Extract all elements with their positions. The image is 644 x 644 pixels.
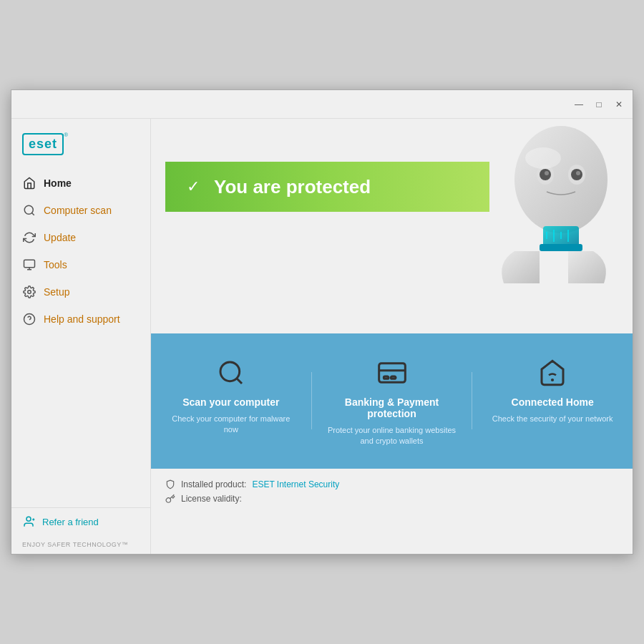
- scan-card-desc: Check your computer for malware now: [165, 414, 297, 436]
- svg-point-0: [24, 205, 33, 214]
- svg-point-8: [26, 517, 31, 521]
- svg-line-1: [31, 213, 34, 215]
- banking-card-desc: Protect your online banking websites and…: [326, 425, 458, 447]
- logo: eset ®: [22, 133, 64, 155]
- license-label: License validity:: [181, 494, 242, 504]
- svg-rect-29: [384, 376, 389, 379]
- title-bar: — □ ✕: [11, 90, 633, 119]
- shield-footer-icon: [165, 479, 175, 489]
- status-banner: ✓ You are protected: [165, 162, 489, 212]
- svg-point-16: [545, 171, 549, 175]
- tools-icon: [22, 258, 36, 272]
- svg-point-24: [525, 147, 561, 169]
- maximize-button[interactable]: □: [592, 98, 605, 111]
- license-row: License validity:: [165, 494, 618, 504]
- key-footer-icon: [165, 494, 175, 504]
- hero-section: ✓ You are protected: [151, 119, 633, 333]
- scan-icon: [22, 203, 36, 218]
- home-icon: [22, 176, 36, 190]
- sidebar-item-help[interactable]: Help and support: [11, 306, 150, 333]
- window-controls: — □ ✕: [572, 98, 625, 111]
- action-section: Scan your computer Check your computer f…: [151, 333, 633, 469]
- main-layout: eset ® Home: [11, 119, 633, 554]
- help-icon: [22, 312, 36, 326]
- sidebar-item-label-help: Help and support: [44, 313, 120, 325]
- refer-friend-icon: [22, 515, 35, 528]
- sidebar-item-label-scan: Computer scan: [44, 205, 112, 216]
- scan-card-title: Scan your computer: [182, 396, 279, 408]
- sidebar-item-label-tools: Tools: [44, 259, 67, 270]
- content-area: ✓ You are protected: [151, 119, 633, 554]
- product-name-link[interactable]: ESET Internet Security: [252, 479, 339, 489]
- home-shield-card-icon: [535, 355, 570, 391]
- sidebar-item-home[interactable]: Home: [11, 170, 150, 197]
- minimize-button[interactable]: —: [572, 98, 585, 111]
- sidebar-item-tools[interactable]: Tools: [11, 251, 150, 278]
- refer-friend-label: Refer a friend: [42, 517, 99, 527]
- svg-rect-19: [540, 244, 582, 251]
- banking-card-icon: [374, 355, 410, 391]
- action-card-home[interactable]: Connected Home Check the security of you…: [472, 348, 633, 431]
- close-button[interactable]: ✕: [613, 98, 625, 111]
- svg-point-11: [514, 126, 608, 233]
- svg-rect-30: [391, 376, 396, 379]
- robot-illustration: [461, 119, 633, 333]
- home-card-desc: Check the security of your network: [492, 414, 613, 424]
- action-card-banking[interactable]: Banking & Payment protection Protect you…: [312, 348, 472, 454]
- update-icon: [22, 230, 36, 245]
- setup-icon: [22, 285, 36, 299]
- logo-text: eset: [29, 137, 57, 152]
- svg-point-5: [28, 291, 31, 294]
- svg-rect-2: [24, 260, 35, 268]
- app-window: — □ ✕ eset ® Home: [11, 89, 633, 555]
- sidebar-item-setup[interactable]: Setup: [11, 278, 150, 306]
- svg-line-26: [237, 379, 242, 384]
- sidebar-item-label-update: Update: [44, 232, 76, 243]
- sidebar-item-update[interactable]: Update: [11, 224, 150, 251]
- logo-trademark: ®: [64, 132, 68, 138]
- sidebar-item-label-home: Home: [44, 177, 72, 189]
- action-card-scan[interactable]: Scan your computer Check your computer f…: [151, 348, 311, 443]
- check-icon: ✓: [183, 177, 203, 197]
- footer-info: Installed product: ESET Internet Securit…: [151, 469, 633, 514]
- scan-card-icon: [213, 355, 249, 391]
- sidebar-item-computer-scan[interactable]: Computer scan: [11, 197, 150, 224]
- installed-product-row: Installed product: ESET Internet Securit…: [165, 479, 618, 489]
- home-card-title: Connected Home: [512, 396, 594, 408]
- banking-card-title: Banking & Payment protection: [326, 396, 458, 419]
- refer-friend-button[interactable]: Refer a friend: [11, 507, 150, 535]
- sidebar-item-label-setup: Setup: [44, 286, 70, 298]
- svg-point-17: [576, 171, 580, 175]
- sidebar: eset ® Home: [11, 119, 151, 554]
- status-message: You are protected: [214, 176, 371, 198]
- logo-area: eset ®: [11, 126, 150, 170]
- tagline: ENJOY SAFER TECHNOLOGY™: [11, 535, 150, 554]
- svg-point-25: [220, 362, 240, 381]
- installed-label: Installed product:: [181, 479, 246, 489]
